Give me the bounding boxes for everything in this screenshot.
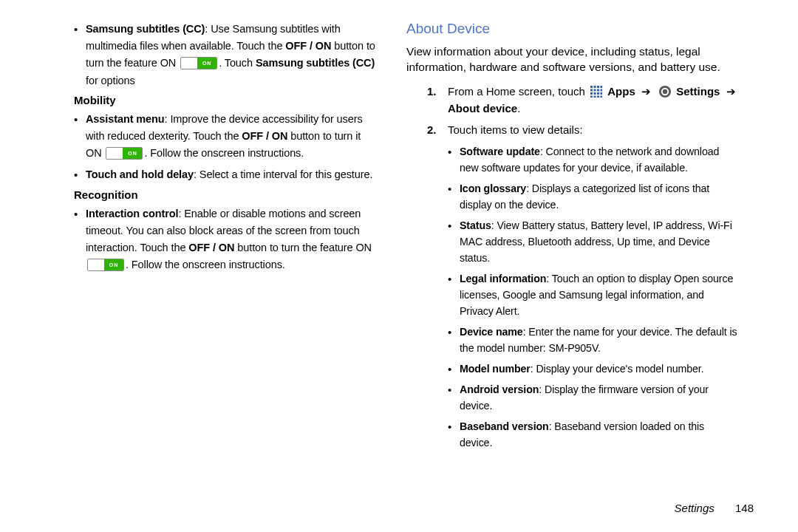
svg-rect-0 [590, 86, 593, 88]
details-list: Software update: Connect to the network … [448, 143, 739, 451]
svg-rect-2 [597, 86, 599, 88]
svg-rect-12 [590, 95, 593, 98]
svg-rect-11 [601, 92, 603, 95]
svg-rect-5 [594, 89, 596, 91]
item-touch-hold-delay: Touch and hold delay: Select a time inte… [74, 166, 377, 183]
svg-rect-8 [590, 92, 593, 95]
svg-rect-3 [601, 86, 603, 88]
svg-rect-15 [601, 95, 603, 98]
svg-rect-6 [597, 89, 599, 91]
svg-rect-9 [594, 92, 596, 95]
svg-rect-4 [590, 89, 593, 91]
about-device-intro: View information about your device, incl… [406, 44, 739, 75]
detail-legal: Legal information: Touch an option to di… [448, 270, 739, 319]
svg-rect-10 [597, 92, 599, 95]
detail-android-version: Android version: Display the firmware ve… [448, 381, 739, 414]
toggle-on-icon: ON [87, 259, 124, 271]
detail-model-number: Model number: Display your device's mode… [448, 361, 739, 377]
apps-grid-icon [590, 85, 603, 98]
svg-rect-7 [601, 89, 603, 91]
svg-rect-14 [597, 95, 599, 98]
svg-rect-13 [594, 95, 596, 98]
item-interaction-control: Interaction control: Enable or disable m… [74, 205, 377, 274]
detail-icon-glossary: Icon glossary: Displays a categorized li… [448, 180, 739, 213]
left-column: Samsung subtitles (CC): Use Samsung subt… [44, 21, 392, 517]
item-assistant-menu: Assistant menu: Improve the device acces… [74, 111, 377, 163]
recognition-list: Interaction control: Enable or disable m… [74, 205, 377, 274]
toggle-on-icon: ON [106, 147, 143, 160]
label: Samsung subtitles (CC) [86, 23, 205, 35]
page: Samsung subtitles (CC): Use Samsung subt… [0, 0, 798, 532]
step-2: Touch items to view details: Software up… [427, 121, 739, 450]
svg-point-18 [663, 89, 667, 94]
detail-software-update: Software update: Connect to the network … [448, 143, 739, 176]
mobility-heading: Mobility [74, 94, 377, 106]
about-device-title: About Device [406, 21, 739, 37]
footer-page-number: 148 [735, 502, 754, 514]
item-samsung-subtitles: Samsung subtitles (CC): Use Samsung subt… [74, 21, 377, 89]
toggle-on-icon: ON [180, 57, 217, 69]
footer-section: Settings [675, 502, 715, 514]
detail-baseband-version: Baseband version: Baseband version loade… [448, 418, 739, 451]
recognition-heading: Recognition [74, 188, 377, 201]
accessibility-list: Samsung subtitles (CC): Use Samsung subt… [74, 21, 377, 89]
mobility-list: Assistant menu: Improve the device acces… [74, 111, 377, 184]
steps-list: From a Home screen, touch Apps ➔ Setting… [427, 83, 739, 451]
right-column: About Device View information about your… [392, 21, 739, 517]
detail-device-name: Device name: Enter the name for your dev… [448, 324, 739, 356]
gear-icon [658, 85, 672, 98]
svg-rect-1 [594, 86, 596, 88]
detail-status: Status: View Battery status, Battery lev… [448, 217, 739, 266]
step-1: From a Home screen, touch Apps ➔ Setting… [427, 83, 739, 117]
page-footer: Settings 148 [675, 502, 754, 514]
